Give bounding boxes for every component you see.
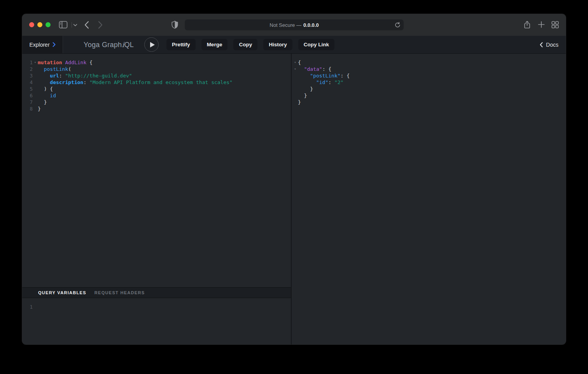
fold-gutter [33,92,38,99]
app-title: Yoga GraphiQL [84,40,134,49]
line-number: 1 [22,59,33,66]
query-editor[interactable]: 1▾mutation AddLink {2 postLink(3 url: "h… [22,54,291,287]
line-number: 5 [22,86,33,92]
code-token: url [50,73,59,79]
reload-button[interactable] [395,22,401,28]
graphiql-toolbar: Explorer Yoga GraphiQL Prettify Merge Co… [22,36,566,54]
fold-gutter [33,79,38,86]
execute-query-button[interactable] [144,37,159,52]
code-text: } [298,92,307,99]
browser-window: Not Secure — 0.0.0.0 [22,14,566,344]
play-icon [150,42,155,47]
code-token [38,93,50,98]
code-token: "http://the-guild.dev" [65,73,132,79]
docs-button[interactable]: Docs [540,42,558,48]
privacy-shield-icon[interactable] [172,21,178,29]
back-button[interactable] [84,21,89,29]
code-token: mutation [38,60,62,65]
chevron-left-icon [540,42,543,47]
response-code: ▾{▾ "data": { "postLink": { "id": "2" } … [292,54,566,105]
code-token: : { [322,66,331,72]
chevron-down-icon[interactable] [73,24,77,26]
history-button[interactable]: History [263,39,292,50]
zoom-button[interactable] [46,22,51,27]
code-token: ) { [38,86,53,92]
fold-gutter [292,99,298,105]
query-variables-tab[interactable]: QUERY VARIABLES [38,290,86,295]
prettify-button[interactable]: Prettify [166,39,196,50]
response-pane: ▾{▾ "data": { "postLink": { "id": "2" } … [292,54,566,344]
copy-button[interactable]: Copy [233,39,257,50]
code-token: ( [68,66,71,72]
code-token: { [86,60,93,65]
code-token [38,79,50,85]
code-line: } [292,86,566,92]
code-token [38,66,44,72]
fold-gutter [33,72,38,79]
code-text: mutation AddLink { [38,59,93,66]
code-line: "postLink": { [292,72,566,79]
code-line: 1▾mutation AddLink { [22,59,291,66]
fold-gutter [33,86,38,92]
code-line: 3 url: "http://the-guild.dev" [22,72,291,79]
code-token: } [298,86,313,92]
code-text: } [38,105,41,112]
code-text: } [38,99,47,105]
code-line: } [292,92,566,99]
code-line: ▾{ [292,59,566,66]
explorer-toggle[interactable]: Explorer [22,36,63,53]
code-token [38,73,50,79]
merge-button[interactable]: Merge [201,39,228,50]
close-button[interactable] [29,22,34,27]
code-line: 7 } [22,99,291,105]
code-token: postLink [44,66,68,72]
sidebar-toggle-button[interactable] [59,21,68,29]
line-number: 1 [22,304,33,310]
code-line: 5 ) { [22,86,291,92]
new-tab-button[interactable] [538,21,545,28]
url-security-label: Not Secure — [270,22,301,28]
app-title-post: QL [124,41,134,49]
code-token: } [38,106,41,112]
docs-label: Docs [546,42,558,48]
main-content: 1▾mutation AddLink {2 postLink(3 url: "h… [22,54,566,344]
code-text: url: "http://the-guild.dev" [38,72,132,79]
code-token: } [38,99,47,105]
line-number: 3 [22,72,33,79]
fold-gutter [292,72,298,79]
code-token: : [328,79,334,85]
share-button[interactable] [523,21,531,29]
request-headers-tab[interactable]: REQUEST HEADERS [94,290,145,295]
line-number: 2 [22,66,33,72]
code-token: id [50,93,56,98]
url-field[interactable]: Not Secure — 0.0.0.0 [185,19,404,30]
fold-arrow-icon[interactable]: ▾ [33,59,38,66]
code-line: ▾ "data": { [292,66,566,72]
code-line: 8} [22,105,291,112]
code-text: ) { [38,86,53,92]
toolbar-separator [72,22,72,28]
code-token: : [59,73,65,79]
copy-link-button[interactable]: Copy Link [298,39,334,50]
code-token: } [298,93,307,98]
variables-editor[interactable]: 1 [22,298,291,344]
query-code[interactable]: 1▾mutation AddLink {2 postLink(3 url: "h… [22,54,291,112]
code-token [298,73,310,79]
code-line: 6 id [22,92,291,99]
code-token [298,66,304,72]
fold-gutter [33,66,38,72]
tab-overview-button[interactable] [551,21,559,28]
forward-button[interactable] [98,21,103,29]
url-host: 0.0.0.0 [303,22,319,28]
line-number: 4 [22,79,33,86]
toolbar-buttons: Prettify Merge Copy History Copy Link [166,39,334,50]
code-text: "data": { [298,66,331,72]
code-text: { [298,59,301,66]
fold-arrow-icon[interactable]: ▾ [292,59,298,66]
code-token: "id" [316,79,328,85]
code-token: { [298,60,301,65]
minimize-button[interactable] [37,22,42,27]
fold-arrow-icon[interactable]: ▾ [292,66,298,72]
fold-gutter [33,99,38,105]
code-text: "id": "2" [298,79,343,86]
